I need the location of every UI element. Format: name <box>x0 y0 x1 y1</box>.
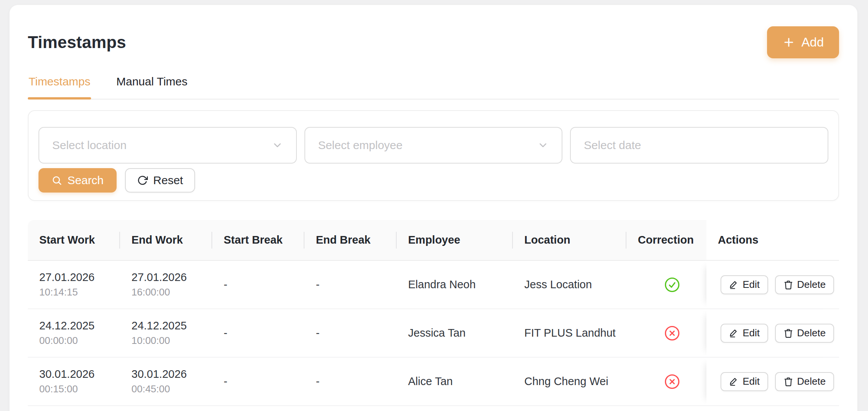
edit-icon <box>729 328 739 338</box>
edit-button[interactable]: Edit <box>721 275 768 294</box>
header-cell-start-break: Start Break <box>212 220 304 260</box>
start-work-date: 24.12.2025 <box>39 319 120 332</box>
end-work-cell: 27.01.2026 16:00:00 <box>120 261 212 308</box>
table-header: Start Work End Work Start Break End Brea… <box>28 220 839 261</box>
reset-button[interactable]: Reset <box>125 168 195 193</box>
filter-actions: Search Reset <box>38 168 828 193</box>
add-button-label: Add <box>801 35 824 50</box>
end-break-value: - <box>316 278 397 291</box>
edit-button-label: Edit <box>743 376 760 387</box>
end-break-cell: - <box>304 309 397 357</box>
employee-cell: Elandra Neoh <box>397 261 513 308</box>
header-cell-end-work: End Work <box>120 220 212 260</box>
location-cell: Jess Location <box>513 261 626 308</box>
end-break-value: - <box>316 375 397 388</box>
start-work-time: 10:14:15 <box>39 286 120 298</box>
employee-name: Elandra Neoh <box>408 278 513 291</box>
start-work-time: 00:00:00 <box>39 335 120 347</box>
start-work-cell: 30.01.2026 00:15:00 <box>28 358 120 405</box>
delete-button[interactable]: Delete <box>775 372 834 391</box>
edit-button[interactable]: Edit <box>721 324 768 343</box>
date-field[interactable] <box>570 127 828 164</box>
tab-timestamps[interactable]: Timestamps <box>28 74 91 99</box>
date-input[interactable] <box>584 139 801 152</box>
employee-cell: Alice Tan <box>397 358 513 405</box>
page-title: Timestamps <box>28 33 126 52</box>
check-circle-icon <box>664 277 680 293</box>
start-break-cell: - <box>212 358 304 405</box>
end-break-cell: - <box>304 261 397 308</box>
start-work-time: 00:15:00 <box>39 383 120 395</box>
location-name: Chng Cheng Wei <box>524 375 626 388</box>
search-icon <box>51 175 62 186</box>
table-row: 24.12.2025 00:00:00 24.12.2025 10:00:00 … <box>28 309 839 358</box>
employee-select[interactable] <box>304 127 563 164</box>
filter-fields <box>38 127 828 164</box>
delete-button-label: Delete <box>797 279 826 291</box>
plus-icon <box>782 36 795 49</box>
tab-manual-times[interactable]: Manual Times <box>115 74 188 99</box>
end-work-cell: 24.12.2025 10:00:00 <box>120 309 212 357</box>
correction-cell <box>626 261 706 308</box>
header-cell-correction: Correction <box>626 220 706 260</box>
start-break-cell: - <box>212 261 304 308</box>
location-select-input[interactable] <box>52 139 269 152</box>
trash-icon <box>783 377 793 387</box>
start-break-value: - <box>224 375 304 388</box>
tabs-bar: Timestamps Manual Times <box>28 74 839 100</box>
table-row: 27.01.2026 10:14:15 27.01.2026 16:00:00 … <box>28 261 839 309</box>
delete-button[interactable]: Delete <box>775 324 834 343</box>
search-button-label: Search <box>67 174 104 187</box>
start-work-cell: 27.01.2026 10:14:15 <box>28 261 120 308</box>
timestamps-card: Timestamps Add Timestamps Manual Times <box>10 5 857 411</box>
end-break-value: - <box>316 327 397 339</box>
correction-cell <box>626 358 706 405</box>
reset-button-label: Reset <box>153 174 183 187</box>
filter-panel: Search Reset <box>28 110 839 201</box>
edit-icon <box>729 377 739 387</box>
end-work-time: 00:45:00 <box>131 383 212 395</box>
header-cell-employee: Employee <box>397 220 513 260</box>
end-break-cell: - <box>304 358 397 405</box>
start-work-date: 30.01.2026 <box>39 368 120 380</box>
edit-button[interactable]: Edit <box>721 372 768 391</box>
header-cell-actions: Actions <box>706 220 839 260</box>
table-body: 27.01.2026 10:14:15 27.01.2026 16:00:00 … <box>28 261 839 406</box>
add-button[interactable]: Add <box>767 26 839 58</box>
table-row: 30.01.2026 00:15:00 30.01.2026 00:45:00 … <box>28 358 839 406</box>
chevron-down-icon <box>537 140 549 151</box>
header-cell-end-break: End Break <box>304 220 397 260</box>
end-work-date: 24.12.2025 <box>131 319 212 332</box>
location-name: Jess Location <box>524 278 626 291</box>
search-button[interactable]: Search <box>38 168 117 193</box>
employee-cell: Jessica Tan <box>397 309 513 357</box>
location-name: FIT PLUS Landhut <box>524 327 626 339</box>
employee-name: Alice Tan <box>408 375 513 388</box>
actions-cell: Edit Delete <box>706 309 839 357</box>
employee-name: Jessica Tan <box>408 327 513 339</box>
tab-label: Timestamps <box>29 75 90 88</box>
close-circle-icon <box>664 325 680 341</box>
start-break-value: - <box>224 327 304 339</box>
timestamps-table: Start Work End Work Start Break End Brea… <box>28 220 839 406</box>
start-work-date: 27.01.2026 <box>39 271 120 284</box>
edit-button-label: Edit <box>743 327 760 339</box>
actions-cell: Edit Delete <box>706 261 839 308</box>
header-cell-start-work: Start Work <box>28 220 120 260</box>
end-work-time: 10:00:00 <box>131 335 212 347</box>
start-work-cell: 24.12.2025 00:00:00 <box>28 309 120 357</box>
start-break-value: - <box>224 278 304 291</box>
header-cell-location: Location <box>513 220 626 260</box>
reset-icon <box>137 175 148 186</box>
delete-button[interactable]: Delete <box>775 275 834 294</box>
start-break-cell: - <box>212 309 304 357</box>
trash-icon <box>783 280 793 290</box>
trash-icon <box>783 328 793 338</box>
end-work-date: 30.01.2026 <box>131 368 212 380</box>
correction-cell <box>626 309 706 357</box>
employee-select-input[interactable] <box>318 139 535 152</box>
chevron-down-icon <box>272 140 283 151</box>
location-select[interactable] <box>38 127 297 164</box>
end-work-cell: 30.01.2026 00:45:00 <box>120 358 212 405</box>
location-cell: Chng Cheng Wei <box>513 358 626 405</box>
